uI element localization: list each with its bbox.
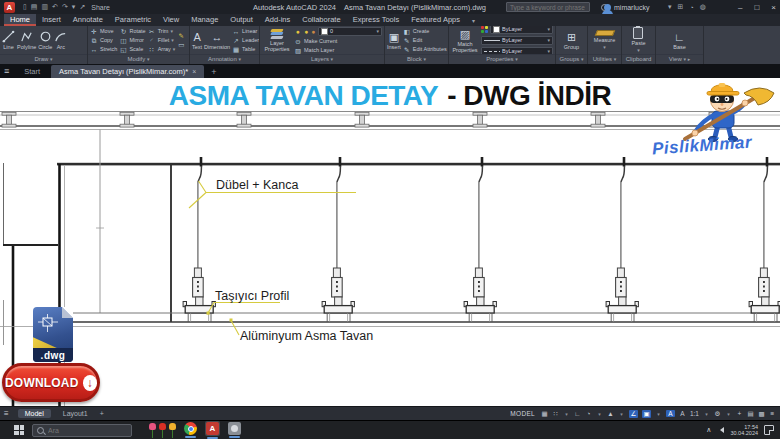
menu-icon[interactable]: ≡ bbox=[4, 66, 9, 76]
match-layer-tool[interactable]: ▨Match Layer bbox=[294, 47, 382, 54]
tab-layout1[interactable]: Layout1 bbox=[56, 409, 95, 418]
view-panel-title[interactable]: View ▾ ▸ bbox=[656, 54, 703, 64]
linetype-dropdown[interactable]: ByLayer▾ bbox=[481, 47, 553, 55]
tab-model[interactable]: Model bbox=[18, 409, 51, 418]
erase-tool[interactable]: ✎ bbox=[177, 32, 185, 39]
object-color-dropdown[interactable]: ByLayer▾ bbox=[490, 26, 553, 34]
tab-active-document[interactable]: Asma Tavan Detayı (PislikMimar.com)* × bbox=[51, 65, 204, 78]
ribbon-tab[interactable]: Insert bbox=[36, 14, 67, 26]
ribbon-tab[interactable]: Output bbox=[224, 14, 259, 26]
dimension-tool[interactable]: ↔Dimension bbox=[204, 31, 230, 50]
help-search-box[interactable] bbox=[506, 2, 590, 12]
minimize-icon[interactable]: – bbox=[738, 3, 742, 12]
layers-panel-title[interactable]: Layers ▾ bbox=[260, 54, 384, 64]
edit-block-tool[interactable]: ✎Edit bbox=[403, 37, 448, 44]
status-toggle-icon[interactable]: A bbox=[666, 410, 675, 417]
edit-attributes-tool[interactable]: ✎Edit Attributes▾ bbox=[403, 46, 448, 53]
model-space-badge[interactable]: MODEL bbox=[510, 410, 535, 417]
download-button[interactable]: DOWNLOAD ↓ bbox=[2, 363, 100, 402]
trim-tool[interactable]: ✂Trim▾ bbox=[148, 28, 176, 35]
status-toggle-icon[interactable]: + bbox=[736, 410, 743, 417]
status-toggle-icon[interactable]: ▤ bbox=[747, 410, 754, 418]
add-layout-icon[interactable]: + bbox=[100, 410, 104, 417]
help-search-input[interactable] bbox=[510, 4, 598, 11]
tray-chevron-icon[interactable]: ∧ bbox=[706, 426, 711, 434]
status-toggle-icon[interactable]: A bbox=[679, 410, 686, 417]
status-toggle-icon[interactable]: ∷ bbox=[552, 410, 559, 418]
array-tool[interactable]: ∷Array▾ bbox=[148, 46, 176, 53]
copy-tool[interactable]: ⧉Copy bbox=[90, 37, 117, 44]
status-toggle-icon[interactable]: ▾ bbox=[703, 411, 710, 417]
fillet-tool[interactable]: ◜Fillet▾ bbox=[148, 37, 176, 44]
create-block-tool[interactable]: ◧Create bbox=[403, 28, 448, 35]
stretch-tool[interactable]: ↔Stretch bbox=[90, 46, 117, 53]
base-view-tool[interactable]: ∟Base bbox=[673, 31, 686, 50]
text-tool[interactable]: AText bbox=[192, 31, 202, 50]
groups-panel-title[interactable]: Groups ▾ bbox=[556, 54, 587, 64]
status-toggle-icon[interactable]: ▦ bbox=[541, 410, 548, 418]
ribbon-tab[interactable]: Add-ins bbox=[259, 14, 296, 26]
layer-on-icon[interactable]: ● bbox=[294, 28, 302, 35]
status-toggle-icon[interactable]: ▣ bbox=[642, 410, 651, 418]
ribbon-tab[interactable]: Collaborate bbox=[296, 14, 346, 26]
utilities-panel-title[interactable]: Utilities ▾ bbox=[588, 54, 621, 64]
taskbar-autocad[interactable]: A bbox=[205, 421, 220, 439]
layer-select-dropdown[interactable]: 0 ▾ bbox=[318, 27, 382, 36]
dwg-file-icon[interactable]: .dwg bbox=[33, 307, 73, 362]
group-tool[interactable]: ⊞Group bbox=[564, 31, 579, 50]
insert-block-tool[interactable]: ▣Insert bbox=[387, 31, 401, 50]
ribbon-tab[interactable]: Featured Apps bbox=[405, 14, 466, 26]
color-palette-icon[interactable] bbox=[481, 26, 488, 33]
share-label[interactable]: Share bbox=[91, 4, 110, 11]
close-icon[interactable]: × bbox=[771, 3, 776, 12]
tab-close-icon[interactable]: × bbox=[192, 68, 196, 75]
status-toggle-icon[interactable]: ◔ bbox=[585, 410, 592, 417]
username[interactable]: mimarlucky bbox=[614, 4, 649, 11]
taskbar-chrome[interactable] bbox=[184, 422, 197, 438]
taskbar-clock[interactable]: 17:54 30.04.2024 bbox=[730, 424, 758, 436]
linear-tool[interactable]: ↔Linear▾ bbox=[232, 28, 259, 35]
quick-access-icon[interactable]: ▯ bbox=[23, 2, 27, 12]
match-properties-button[interactable]: ▨Match Properties bbox=[451, 28, 479, 53]
quick-access-icon[interactable]: ▤ bbox=[31, 2, 38, 12]
layout-menu-icon[interactable]: ≡ bbox=[4, 409, 9, 418]
arc-tool[interactable]: Arc bbox=[54, 30, 67, 50]
leader-tool[interactable]: ↗Leader▾ bbox=[232, 37, 259, 44]
mirror-tool[interactable]: ◫Mirror bbox=[119, 37, 145, 44]
make-current-tool[interactable]: ⊙Make Current bbox=[294, 38, 382, 45]
layer-properties-button[interactable]: Layer Properties bbox=[262, 28, 292, 52]
new-tab-icon[interactable]: + bbox=[207, 67, 220, 78]
ribbon-options-icon[interactable]: ▾ bbox=[466, 14, 481, 26]
share-icon[interactable]: ↗ bbox=[79, 2, 85, 12]
maximize-icon[interactable]: □ bbox=[754, 3, 759, 12]
status-toggle-icon[interactable]: ∠ bbox=[629, 410, 638, 418]
drawing-canvas[interactable]: Dübel + Kanca Taşıyıcı Profil Alüminyum … bbox=[0, 78, 780, 406]
titlebar-tray-icon[interactable]: ◍ bbox=[700, 3, 706, 11]
status-toggle-icon[interactable]: ∟ bbox=[574, 410, 581, 417]
taskbar-search-input[interactable] bbox=[48, 427, 139, 434]
lineweight-dropdown[interactable]: ByLayer▾ bbox=[481, 36, 553, 45]
titlebar-tray-icon[interactable]: ◔ bbox=[689, 4, 693, 11]
ribbon-tab[interactable]: Annotate bbox=[67, 14, 109, 26]
status-toggle-icon[interactable]: ▾ bbox=[563, 411, 570, 417]
polyline-tool[interactable]: Polyline bbox=[17, 30, 36, 50]
status-toggle-icon[interactable]: ▾ bbox=[725, 411, 732, 417]
ribbon-tab[interactable]: Home bbox=[4, 14, 36, 26]
clipboard-panel-title[interactable]: Clipboard bbox=[622, 54, 655, 64]
start-button-icon[interactable] bbox=[14, 425, 24, 435]
layer-lock-icon[interactable]: ● bbox=[311, 28, 316, 35]
properties-panel-title[interactable]: Properties ▾ bbox=[449, 54, 555, 64]
quick-access-icon[interactable]: ↷ bbox=[62, 2, 68, 12]
status-toggle-icon[interactable]: ▾ bbox=[596, 411, 603, 417]
paste-tool[interactable]: Paste▾ bbox=[631, 27, 645, 53]
account-area[interactable]: mimarlucky bbox=[604, 0, 649, 14]
notification-center-icon[interactable] bbox=[764, 425, 774, 435]
status-toggle-icon[interactable]: ⚙ bbox=[714, 410, 721, 418]
layer-freeze-icon[interactable]: ● bbox=[304, 28, 309, 35]
ribbon-tab[interactable]: Manage bbox=[185, 14, 224, 26]
measure-tool[interactable]: Measure▾ bbox=[594, 30, 615, 50]
ribbon-tab[interactable]: Express Tools bbox=[347, 14, 406, 26]
tab-start[interactable]: Start bbox=[16, 65, 48, 78]
status-toggle-icon[interactable]: ≡ bbox=[769, 410, 776, 417]
status-toggle-icon[interactable]: ▾ bbox=[655, 411, 662, 417]
